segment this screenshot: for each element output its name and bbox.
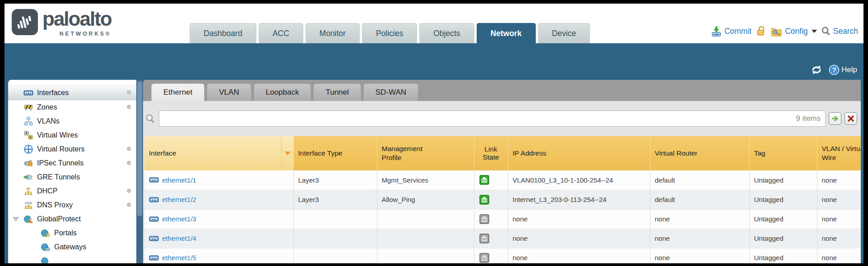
- ip-address-cell: none: [508, 248, 650, 263]
- sidebar-item-ipsec-tunnels[interactable]: IPSec Tunnels: [8, 156, 136, 170]
- status-dot: [127, 161, 131, 165]
- nav-tab-acc[interactable]: ACC: [259, 23, 303, 43]
- globe-icon: [41, 256, 51, 264]
- interface-link[interactable]: ethernet1/5: [162, 254, 196, 261]
- filter-input-wrap: 9 items: [159, 110, 826, 127]
- tab-tunnel[interactable]: Tunnel: [313, 83, 361, 101]
- column-header-link-state[interactable]: Link State: [474, 136, 508, 170]
- sidebar-item-portals[interactable]: Portals: [8, 226, 136, 240]
- column-header-management-profile[interactable]: Management Profile: [377, 136, 474, 170]
- filter-input[interactable]: [159, 111, 825, 126]
- column-header-vlan-virtual-wire[interactable]: VLAN / Virtual-Wire: [817, 136, 861, 170]
- sidebar-item-globalprotect[interactable]: GlobalProtect: [8, 212, 136, 226]
- chevron-down-icon: [812, 30, 817, 33]
- nav-tab-policies[interactable]: Policies: [362, 23, 417, 43]
- sidebar-item-label: DNS Proxy: [37, 201, 73, 209]
- zones-icon: [23, 102, 33, 112]
- nav-tab-network[interactable]: Network: [477, 23, 536, 43]
- sidebar-item-clipped[interactable]: [8, 254, 136, 263]
- commit-button[interactable]: Commit: [710, 25, 752, 37]
- header-bar: paloalto NETWORKS® DashboardACCMonitorPo…: [5, 4, 863, 43]
- nav-tab-objects[interactable]: Objects: [419, 23, 474, 43]
- link-state-up-icon: [479, 174, 503, 185]
- sidebar-item-virtual-wires[interactable]: Virtual Wires: [8, 128, 136, 142]
- management-profile-cell: [377, 209, 474, 229]
- table-row[interactable]: ethernet1/4 none none Untagged none: [144, 229, 861, 248]
- interface-link[interactable]: ethernet1/4: [162, 234, 196, 242]
- gre-tunnels-icon: [23, 172, 33, 182]
- sidebar-item-label: GlobalProtect: [37, 215, 81, 223]
- interface-icon: [23, 88, 33, 98]
- tab-sd-wan[interactable]: SD-WAN: [363, 83, 418, 101]
- tag-cell: Untagged: [749, 229, 817, 248]
- table-row[interactable]: ethernet1/5 none none Untagged none: [144, 248, 861, 263]
- tab-ethernet[interactable]: Ethernet: [151, 83, 204, 101]
- vlan-virtual-wire-cell: none: [817, 248, 861, 263]
- column-header-interface[interactable]: Interface: [144, 136, 293, 170]
- expander-triangle-icon[interactable]: [13, 216, 19, 222]
- ip-address-cell: VLAN0100_L3_10-1-100-254--24: [508, 170, 650, 190]
- interface-type-tabs: EthernetVLANLoopbackTunnelSD-WAN: [143, 80, 861, 101]
- paloalto-logo-icon: [12, 9, 38, 35]
- portals-icon: [41, 228, 51, 238]
- refresh-icon[interactable]: [811, 64, 822, 75]
- network-sidebar: InterfacesZonesVLANsVirtual WiresVirtual…: [8, 80, 136, 263]
- paloalto-logo: paloalto NETWORKS®: [12, 7, 111, 37]
- sidebar-item-dns-proxy[interactable]: DNSDNS Proxy: [8, 198, 136, 212]
- sidebar-scrollbar-thumb[interactable]: [137, 81, 142, 216]
- ip-address-cell: none: [508, 209, 650, 229]
- config-icon: [771, 26, 783, 37]
- sort-triangle-icon: [284, 151, 291, 156]
- column-header-ip-address[interactable]: IP Address: [508, 136, 650, 170]
- link-state-down-icon: [479, 252, 503, 263]
- sidebar-item-interfaces[interactable]: Interfaces: [8, 85, 136, 100]
- help-button[interactable]: ? Help: [829, 64, 857, 75]
- column-header-tag[interactable]: Tag: [749, 136, 817, 170]
- sidebar-item-vlans[interactable]: VLANs: [8, 114, 136, 128]
- sidebar-item-virtual-routers[interactable]: Virtual Routers: [8, 142, 136, 156]
- globalprotect-icon: [23, 214, 33, 224]
- ethernet-interface-icon: [149, 195, 159, 205]
- help-icon: ?: [829, 64, 840, 75]
- sidebar-item-label: VLANs: [37, 117, 60, 125]
- tab-vlan[interactable]: VLAN: [207, 83, 251, 101]
- management-profile-cell: [377, 248, 474, 263]
- nav-tab-dashboard[interactable]: Dashboard: [190, 23, 256, 43]
- link-state-down-icon: [479, 214, 503, 225]
- virtual-router-cell: none: [650, 229, 749, 248]
- ethernet-interface-icon: [149, 234, 159, 243]
- table-row[interactable]: ethernet1/3 none none Untagged none: [144, 209, 861, 229]
- lock-icon[interactable]: [756, 25, 766, 37]
- column-header-interface-type[interactable]: Interface Type: [293, 136, 377, 170]
- sidebar-item-gateways[interactable]: Gateways: [8, 240, 136, 254]
- search-button[interactable]: Search: [821, 26, 858, 36]
- sidebar-item-dhcp[interactable]: IPDHCP: [8, 184, 136, 198]
- svg-text:DNS: DNS: [25, 201, 32, 205]
- sidebar-item-label: Interfaces: [37, 89, 69, 97]
- sidebar-item-label: Gateways: [54, 243, 86, 251]
- ethernet-interface-icon: [149, 253, 159, 263]
- config-dropdown[interactable]: Config: [771, 26, 817, 37]
- dhcp-icon: IP: [23, 186, 33, 196]
- dns-proxy-icon: DNS: [23, 200, 33, 210]
- nav-tab-device[interactable]: Device: [538, 23, 590, 43]
- ip-address-cell: Internet_L3_203-0-113-254--24: [508, 190, 650, 209]
- sidebar-scrollbar[interactable]: [136, 80, 143, 263]
- interface-link[interactable]: ethernet1/1: [162, 176, 196, 184]
- clear-filter-button[interactable]: [845, 112, 857, 125]
- status-dot: [127, 91, 131, 95]
- interface-link[interactable]: ethernet1/2: [162, 196, 196, 203]
- table-row[interactable]: ethernet1/1 Layer3 Mgmt_Services VLAN010…: [144, 170, 861, 190]
- tab-loopback[interactable]: Loopback: [254, 83, 311, 101]
- virtual-routers-icon: [23, 144, 33, 154]
- interface-link[interactable]: ethernet1/3: [162, 215, 196, 223]
- apply-filter-button[interactable]: [829, 112, 841, 125]
- sidebar-item-zones[interactable]: Zones: [8, 100, 136, 114]
- column-menu-button[interactable]: [281, 136, 293, 170]
- column-header-virtual-router[interactable]: Virtual Router: [650, 136, 749, 170]
- sidebar-item-gre-tunnels[interactable]: GRE Tunnels: [8, 170, 136, 184]
- table-row[interactable]: ethernet1/2 Layer3 Allow_Ping Internet_L…: [144, 190, 861, 209]
- sidebar-item-label: GRE Tunnels: [37, 173, 80, 181]
- vlan-virtual-wire-cell: none: [817, 209, 861, 229]
- nav-tab-monitor[interactable]: Monitor: [306, 23, 360, 43]
